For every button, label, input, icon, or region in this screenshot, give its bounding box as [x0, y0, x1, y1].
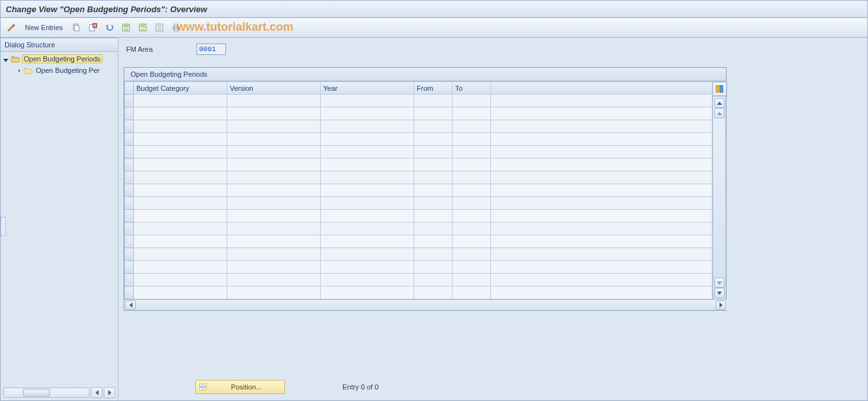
tree-item-open-budgeting-per[interactable]: • Open Budgeting Per — [3, 65, 118, 76]
cell-to[interactable] — [453, 107, 491, 120]
column-header-year[interactable]: Year — [321, 82, 414, 95]
sidebar-scroll-track[interactable] — [3, 388, 90, 398]
cell-year[interactable] — [321, 223, 414, 235]
undo-change-button[interactable] — [102, 20, 117, 35]
cell-budget-category[interactable] — [134, 171, 227, 184]
cell-from[interactable] — [414, 171, 453, 184]
table-scroll-right-button[interactable] — [716, 301, 726, 310]
table-row[interactable] — [125, 197, 712, 210]
cell-budget-category[interactable] — [134, 133, 227, 146]
cell-year[interactable] — [321, 171, 414, 184]
cell-to[interactable] — [453, 223, 491, 235]
cell-from[interactable] — [414, 95, 453, 107]
cell-version[interactable] — [227, 210, 321, 223]
row-header-cell[interactable] — [125, 133, 134, 146]
row-header-cell[interactable] — [125, 274, 134, 287]
cell-from[interactable] — [414, 120, 453, 133]
cell-from[interactable] — [414, 261, 453, 274]
row-header-cell[interactable] — [125, 223, 134, 235]
cell-budget-category[interactable] — [134, 274, 227, 287]
cell-version[interactable] — [227, 146, 321, 159]
cell-to[interactable] — [453, 95, 491, 107]
cell-to[interactable] — [453, 274, 491, 287]
table-row[interactable] — [125, 248, 712, 261]
scroll-page-up-button[interactable] — [714, 108, 725, 118]
table-corner-cell[interactable] — [125, 82, 134, 95]
row-header-cell[interactable] — [125, 159, 134, 171]
cell-budget-category[interactable] — [134, 248, 227, 261]
cell-version[interactable] — [227, 248, 321, 261]
table-row[interactable] — [125, 235, 712, 248]
cell-from[interactable] — [414, 287, 453, 299]
cell-from[interactable] — [414, 146, 453, 159]
new-entries-button[interactable]: New Entries — [21, 22, 67, 33]
cell-budget-category[interactable] — [134, 287, 227, 299]
column-header-from[interactable]: From — [414, 82, 453, 95]
cell-version[interactable] — [227, 133, 321, 146]
toggle-display-change-button[interactable] — [4, 20, 19, 35]
cell-to[interactable] — [453, 120, 491, 133]
cell-from[interactable] — [414, 197, 453, 210]
cell-budget-category[interactable] — [134, 146, 227, 159]
cell-year[interactable] — [321, 120, 414, 133]
cell-year[interactable] — [321, 235, 414, 248]
cell-to[interactable] — [453, 197, 491, 210]
cell-to[interactable] — [453, 261, 491, 274]
cell-version[interactable] — [227, 274, 321, 287]
fm-area-value[interactable]: 0001 — [197, 43, 226, 55]
table-row[interactable] — [125, 210, 712, 223]
table-row[interactable] — [125, 120, 712, 133]
row-header-cell[interactable] — [125, 197, 134, 210]
position-button[interactable]: Position... — [195, 380, 285, 394]
sidebar-horizontal-scrollbar[interactable] — [3, 388, 115, 398]
cell-version[interactable] — [227, 197, 321, 210]
cell-to[interactable] — [453, 235, 491, 248]
cell-version[interactable] — [227, 107, 321, 120]
cell-budget-category[interactable] — [134, 159, 227, 171]
cell-version[interactable] — [227, 120, 321, 133]
table-row[interactable] — [125, 171, 712, 184]
deselect-all-button[interactable] — [152, 20, 166, 35]
cell-year[interactable] — [321, 184, 414, 197]
cell-from[interactable] — [414, 133, 453, 146]
row-header-cell[interactable] — [125, 287, 134, 299]
column-header-version[interactable]: Version — [227, 82, 321, 95]
cell-to[interactable] — [453, 248, 491, 261]
cell-from[interactable] — [414, 223, 453, 235]
row-header-cell[interactable] — [125, 210, 134, 223]
row-header-cell[interactable] — [125, 107, 134, 120]
table-row[interactable] — [125, 261, 712, 274]
configure-columns-button[interactable] — [712, 82, 727, 96]
scroll-up-button[interactable] — [714, 98, 725, 108]
scroll-page-down-button[interactable] — [714, 278, 725, 288]
cell-from[interactable] — [414, 107, 453, 120]
cell-to[interactable] — [453, 159, 491, 171]
table-row[interactable] — [125, 146, 712, 159]
delete-button[interactable] — [86, 20, 100, 35]
table-horizontal-scrollbar[interactable] — [124, 299, 727, 310]
cell-budget-category[interactable] — [134, 197, 227, 210]
open-budgeting-periods-table[interactable]: Budget Category Version Year From To — [124, 81, 712, 299]
cell-budget-category[interactable] — [134, 95, 227, 107]
table-row[interactable] — [125, 107, 712, 120]
cell-year[interactable] — [321, 159, 414, 171]
cell-year[interactable] — [321, 274, 414, 287]
cell-to[interactable] — [453, 287, 491, 299]
row-header-cell[interactable] — [125, 146, 134, 159]
cell-year[interactable] — [321, 107, 414, 120]
column-header-to[interactable]: To — [453, 82, 491, 95]
cell-budget-category[interactable] — [134, 107, 227, 120]
cell-from[interactable] — [414, 248, 453, 261]
cell-from[interactable] — [414, 184, 453, 197]
cell-year[interactable] — [321, 287, 414, 299]
sidebar-scroll-left-button[interactable] — [91, 387, 102, 398]
table-row[interactable] — [125, 133, 712, 146]
cell-budget-category[interactable] — [134, 210, 227, 223]
row-header-cell[interactable] — [125, 235, 134, 248]
cell-version[interactable] — [227, 223, 321, 235]
row-header-cell[interactable] — [125, 261, 134, 274]
copy-as-button[interactable] — [69, 20, 83, 35]
cell-to[interactable] — [453, 133, 491, 146]
table-scroll-left-button[interactable] — [125, 301, 136, 310]
table-row[interactable] — [125, 223, 712, 235]
